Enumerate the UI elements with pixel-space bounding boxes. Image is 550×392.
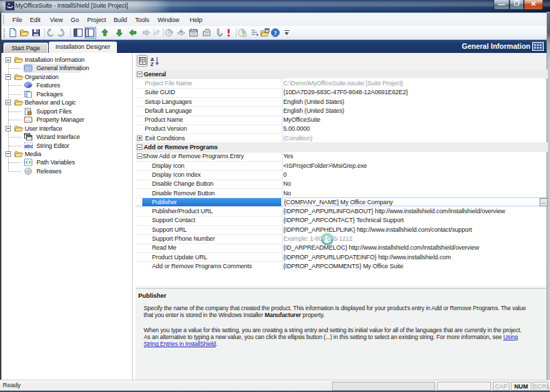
svg-text:abс: abс — [25, 143, 34, 149]
svg-text:{..}: {..} — [24, 118, 32, 122]
svg-text:A: A — [151, 56, 154, 61]
svg-text:Z: Z — [151, 61, 154, 66]
svg-text:?: ? — [274, 30, 277, 36]
